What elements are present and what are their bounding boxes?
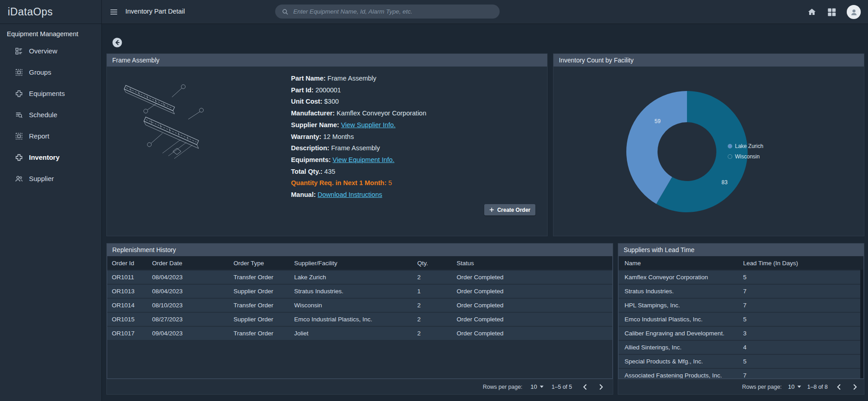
prev-page-icon[interactable] <box>580 382 589 391</box>
table-row: Associated Fastening Products, Inc.7 <box>619 369 863 379</box>
field-description: Description: Frame Assembly <box>291 143 426 154</box>
topbar-actions <box>807 0 861 24</box>
search-box <box>275 5 500 19</box>
table-row: Allied Sinterings, Inc.4 <box>619 341 863 354</box>
view-supplier-info-link[interactable]: View Supplier Info. <box>341 121 396 129</box>
table-row: Stratus Industries.7 <box>619 285 863 298</box>
chevron-down-icon <box>797 386 801 388</box>
table-row: OR101408/10/2023Transfer OrderWisconsin2… <box>107 299 612 312</box>
part-fields: Part Name: Frame Assembly Part Id: 20000… <box>291 73 426 201</box>
sidebar-item-inventory[interactable]: Inventory <box>0 147 101 168</box>
apps-grid-icon[interactable] <box>827 7 837 17</box>
pagination-range: 1–8 of 8 <box>807 384 828 390</box>
field-part-id: Part Id: 2000001 <box>291 85 426 96</box>
table-row: Kamflex Conveyor Corporation5 <box>619 271 863 284</box>
search-input[interactable] <box>293 8 493 15</box>
field-equipments: Equipments: View Equipment Info. <box>291 154 426 166</box>
menu-icon[interactable] <box>110 8 118 16</box>
sidebar-item-label: Schedule <box>29 111 57 119</box>
suppliers-panel-title: Suppliers with Lead Time <box>618 243 864 256</box>
sidebar-item-report[interactable]: Report <box>0 125 101 147</box>
prev-page-icon[interactable] <box>834 382 843 391</box>
page: iDataOps Equipment Management Overview G… <box>0 0 868 401</box>
replenishment-pagination: Rows per page: 10 1–5 of 5 <box>107 379 613 394</box>
next-page-icon[interactable] <box>850 382 859 391</box>
part-image <box>119 74 212 167</box>
home-icon[interactable] <box>807 7 817 17</box>
schedule-icon <box>15 111 23 119</box>
legend-dot-lake-zurich <box>728 144 732 148</box>
sidebar-item-label: Groups <box>29 68 51 76</box>
logo-area: iDataOps <box>0 0 101 24</box>
page-title: Inventory Part Detail <box>125 8 185 15</box>
field-unit-cost: Unit Cost: $300 <box>291 96 426 108</box>
sidebar-item-supplier[interactable]: Supplier <box>0 168 101 189</box>
rows-per-page-select[interactable]: 10 <box>530 383 543 390</box>
sidebar-item-label: Inventory <box>29 153 60 161</box>
download-instructions-link[interactable]: Download Instructions <box>318 191 382 198</box>
table-row: Special Products & Mfg., Inc.5 <box>619 355 863 368</box>
slice-label-wisconsin: 83 <box>721 179 728 186</box>
search-icon <box>281 8 289 15</box>
field-supplier-name: Supplier Name: View Supplier Info. <box>291 119 426 131</box>
replenishment-table-header: Order Id Order Date Order Type Supplier/… <box>107 256 612 270</box>
sidebar-item-label: Equipments <box>29 90 65 97</box>
topbar: Inventory Part Detail <box>102 0 868 24</box>
field-qty-required: Quantity Req. in Next 1 Month: 5 <box>291 177 426 189</box>
table-row: OR101108/04/2023Transfer OrderLake Zuric… <box>107 271 612 284</box>
back-button[interactable] <box>112 37 123 48</box>
chart-legend: Lake Zurich Wisconsin <box>728 143 763 160</box>
legend-item-wisconsin[interactable]: Wisconsin <box>728 153 763 160</box>
user-avatar[interactable] <box>847 5 861 19</box>
legend-item-lake-zurich[interactable]: Lake Zurich <box>728 143 763 149</box>
sidebar-item-overview[interactable]: Overview <box>0 40 101 62</box>
table-row: OR101709/04/2023Transfer OrderJoliet2Ord… <box>107 327 612 340</box>
sidebar: iDataOps Equipment Management Overview G… <box>0 0 102 401</box>
table-row: Emco Industrial Plastics, Inc.5 <box>619 313 863 326</box>
groups-icon <box>15 68 23 76</box>
table-row: OR101508/27/2023Supplier OrderEmco Indus… <box>107 313 612 326</box>
report-icon <box>15 132 23 140</box>
app-logo: iDataOps <box>8 6 53 18</box>
field-total-qty: Total Qty.: 435 <box>291 166 426 178</box>
suppliers-pagination: Rows per page: 10 1–8 of 8 <box>618 379 864 394</box>
overview-icon <box>15 47 23 55</box>
equipments-icon <box>15 90 23 98</box>
part-detail-panel: Frame Assembly <box>106 53 548 236</box>
table-row: Caliber Engraving and Development.3 <box>619 327 863 340</box>
replenishment-panel-title: Replenishment History <box>107 243 613 256</box>
next-page-icon[interactable] <box>596 382 606 391</box>
create-order-button[interactable]: Create Order <box>484 204 535 215</box>
supplier-icon <box>15 175 23 183</box>
legend-dot-wisconsin <box>728 155 732 158</box>
sidebar-item-label: Supplier <box>29 175 54 182</box>
table-row: OR101308/04/2023Supplier OrderStratus In… <box>107 285 612 298</box>
sidebar-item-equipments[interactable]: Equipments <box>0 83 101 104</box>
suppliers-table: Name Lead Time (In Days) Kamflex Conveyo… <box>618 256 864 379</box>
replenishment-history-panel: Replenishment History Order Id Order Dat… <box>106 243 613 395</box>
slice-label-lake-zurich: 59 <box>654 118 661 124</box>
field-part-name: Part Name: Frame Assembly <box>291 73 426 85</box>
rows-per-page-select[interactable]: 10 <box>788 383 801 390</box>
view-equipment-info-link[interactable]: View Equipment Info. <box>333 156 395 163</box>
part-panel-title: Frame Assembly <box>107 54 547 67</box>
chart-panel-title: Inventory Count by Facility <box>553 54 864 67</box>
field-manufacturer: Manufacturer: Kamflex Conveyor Corporati… <box>291 108 426 119</box>
inventory-icon <box>15 153 23 162</box>
rows-per-page-label: Rows per page: <box>742 384 782 390</box>
replenishment-table: Order Id Order Date Order Type Supplier/… <box>107 256 613 379</box>
table-row: HPL Stampings, Inc.7 <box>619 299 863 312</box>
sidebar-item-label: Report <box>29 132 49 140</box>
suppliers-table-header: Name Lead Time (In Days) <box>619 256 863 270</box>
table-scrollbar[interactable] <box>860 270 863 378</box>
rows-per-page-label: Rows per page: <box>483 384 523 390</box>
suppliers-panel: Suppliers with Lead Time Name Lead Time … <box>618 243 864 395</box>
sidebar-item-groups[interactable]: Groups <box>0 62 101 83</box>
plus-icon <box>489 207 494 212</box>
sidebar-section-title: Equipment Management <box>0 24 101 40</box>
field-manual: Manual: Download Instructions <box>291 189 426 201</box>
sidebar-item-label: Overview <box>29 47 57 55</box>
sidebar-item-schedule[interactable]: Schedule <box>0 104 101 125</box>
pagination-range: 1–5 of 5 <box>552 384 572 390</box>
inventory-count-panel: Inventory Count by Facility 59 83 Lake Z… <box>553 53 864 236</box>
